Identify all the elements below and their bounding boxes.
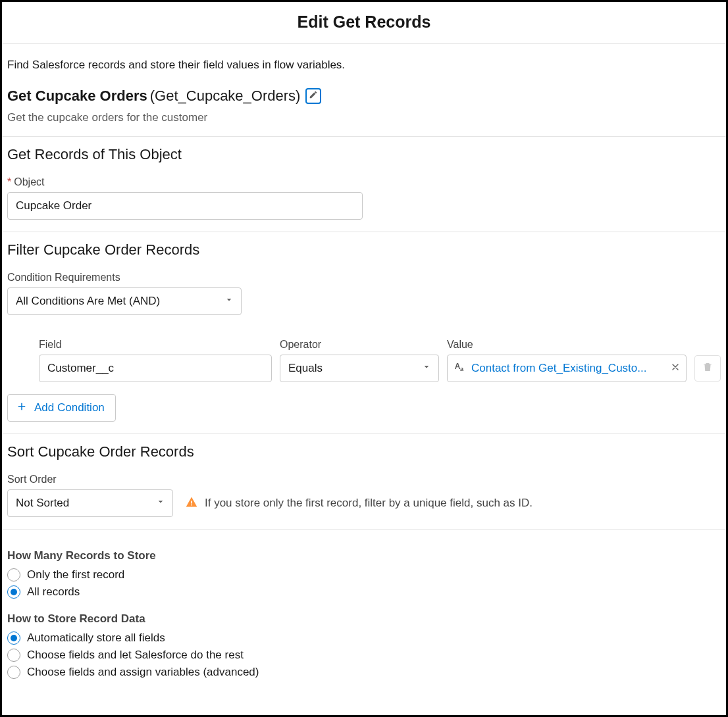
sort-section-heading: Sort Cupcake Order Records xyxy=(7,443,721,460)
object-input-value: Cupcake Order xyxy=(16,199,91,212)
how-store-option-advanced[interactable]: Choose fields and assign variables (adva… xyxy=(7,664,721,681)
how-many-option-first-label: Only the first record xyxy=(27,568,124,581)
warning-icon xyxy=(185,495,198,511)
modal-description: Find Salesforce records and store their … xyxy=(7,59,721,72)
condition-operator-label: Operator xyxy=(280,339,439,351)
trash-icon xyxy=(702,361,714,376)
clear-value-button[interactable] xyxy=(670,362,681,375)
condition-field-value: Customer__c xyxy=(47,362,114,375)
element-api-name: (Get_Cupcake_Orders) xyxy=(150,87,301,105)
filter-section-heading: Filter Cupcake Order Records xyxy=(7,241,721,259)
element-title-row: Get Cupcake Orders (Get_Cupcake_Orders) xyxy=(7,87,721,105)
pencil-icon xyxy=(309,90,318,102)
object-section-heading: Get Records of This Object xyxy=(7,146,721,163)
intro-section: Find Salesforce records and store their … xyxy=(2,44,726,137)
condition-value-text: Contact from Get_Existing_Custo... xyxy=(471,362,646,375)
condition-field-label: Field xyxy=(39,339,272,351)
condition-operator-select[interactable]: Equals xyxy=(280,355,439,382)
svg-rect-3 xyxy=(191,505,192,506)
condition-requirements-label: Condition Requirements xyxy=(7,272,721,284)
how-store-heading: How to Store Record Data xyxy=(7,612,721,626)
svg-text:a: a xyxy=(460,366,464,372)
object-field-label: *Object xyxy=(7,176,721,188)
how-many-option-all[interactable]: All records xyxy=(7,583,721,601)
object-input[interactable]: Cupcake Order xyxy=(7,192,363,220)
add-condition-label: Add Condition xyxy=(34,401,105,414)
chevron-down-icon xyxy=(421,362,432,376)
condition-value-input[interactable]: Aa Contact from Get_Existing_Custo... xyxy=(447,355,687,382)
condition-requirements-select[interactable]: All Conditions Are Met (AND) xyxy=(7,287,242,315)
how-store-option-auto-label: Automatically store all fields xyxy=(27,631,165,645)
how-store-option-choose[interactable]: Choose fields and let Salesforce do the … xyxy=(7,647,721,664)
radio-icon xyxy=(7,585,20,599)
edit-label-button[interactable] xyxy=(305,88,321,104)
radio-icon xyxy=(7,568,20,581)
sort-section: Sort Cupcake Order Records Sort Order No… xyxy=(2,434,726,530)
sort-order-value: Not Sorted xyxy=(16,497,69,510)
how-store-option-advanced-label: Choose fields and assign variables (adva… xyxy=(27,666,259,679)
radio-icon xyxy=(7,649,20,662)
svg-rect-2 xyxy=(191,501,192,503)
modal-title: Edit Get Records xyxy=(2,2,726,44)
filter-section: Filter Cupcake Order Records Condition R… xyxy=(2,232,726,434)
element-description: Get the cupcake orders for the customer xyxy=(7,111,721,124)
edit-get-records-modal: Edit Get Records Find Salesforce records… xyxy=(0,0,728,717)
plus-icon xyxy=(16,401,28,416)
text-resource-icon: Aa xyxy=(453,360,467,377)
how-many-option-first[interactable]: Only the first record xyxy=(7,566,721,583)
store-section: How Many Records to Store Only the first… xyxy=(2,530,726,687)
sort-order-label: Sort Order xyxy=(7,474,721,485)
sort-warning: If you store only the first record, filt… xyxy=(185,495,533,511)
condition-field-input[interactable]: Customer__c xyxy=(39,355,272,382)
sort-order-select[interactable]: Not Sorted xyxy=(7,489,173,517)
sort-warning-text: If you store only the first record, filt… xyxy=(205,497,533,510)
required-star: * xyxy=(7,176,11,187)
object-section: Get Records of This Object *Object Cupca… xyxy=(2,137,726,232)
condition-operator-value: Equals xyxy=(288,362,323,375)
radio-icon xyxy=(7,631,20,645)
how-store-option-auto[interactable]: Automatically store all fields xyxy=(7,630,721,647)
condition-requirements-value: All Conditions Are Met (AND) xyxy=(16,295,160,308)
radio-icon xyxy=(7,666,20,679)
how-store-option-choose-label: Choose fields and let Salesforce do the … xyxy=(27,649,244,662)
add-condition-button[interactable]: Add Condition xyxy=(7,394,116,422)
condition-row: Field Customer__c Operator Equals Value xyxy=(7,339,721,382)
element-label: Get Cupcake Orders xyxy=(7,87,147,105)
delete-condition-button[interactable] xyxy=(694,355,721,382)
chevron-down-icon xyxy=(224,295,234,309)
how-many-heading: How Many Records to Store xyxy=(7,549,721,562)
condition-value-label: Value xyxy=(447,339,687,351)
how-many-option-all-label: All records xyxy=(27,585,80,599)
chevron-down-icon xyxy=(155,497,166,510)
